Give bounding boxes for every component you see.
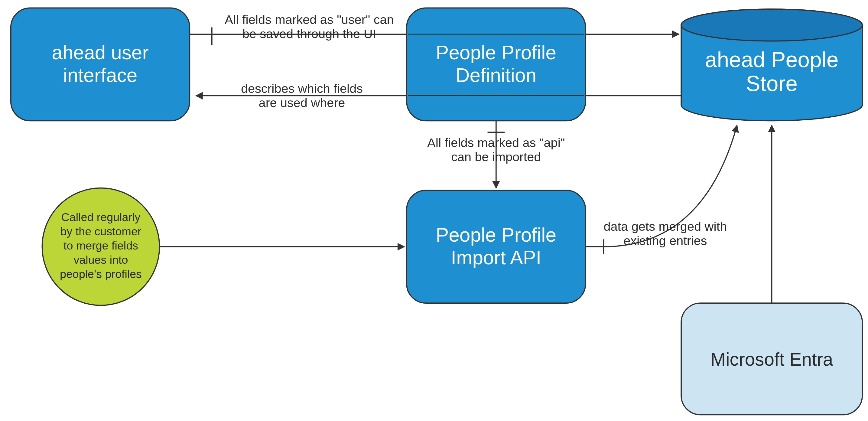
node-entra-label: Microsoft Entra <box>711 349 833 369</box>
architecture-diagram: ahead user interface People Profile Defi… <box>0 0 868 420</box>
edge-api-to-store-label-2: existing entries <box>623 234 707 248</box>
node-ahead-user-interface: ahead user interface <box>11 8 190 121</box>
node-people-profile-definition: People Profile Definition <box>407 8 586 121</box>
node-ahead-people-store: ahead People Store <box>681 9 862 121</box>
edge-ppd-to-ui-label-1: describes which fields <box>241 81 363 96</box>
edge-ui-to-ppd: All fields marked as "user" can be saved… <box>190 12 407 45</box>
edge-ui-to-ppd-label-2: be saved through the UI <box>243 27 376 41</box>
node-store-label-1: ahead People <box>705 48 839 72</box>
edge-ui-to-ppd-label-1: All fields marked as "user" can <box>225 12 394 27</box>
edge-ppd-to-api-label-1: All fields marked as "api" <box>427 136 565 150</box>
circle-label-3: to merge fields <box>63 239 138 252</box>
node-ppd-label-1: People Profile <box>436 42 556 63</box>
edge-ppd-to-ui-label-2: are used where <box>259 96 345 110</box>
edge-ppd-to-api-label-2: can be imported <box>451 150 541 164</box>
node-ui-label-2: interface <box>63 64 137 86</box>
node-circle-note: Called regularly by the customer to merg… <box>42 188 159 305</box>
node-api-label-2: Import API <box>451 247 541 269</box>
edge-ppd-to-ui: describes which fields are used where <box>196 81 407 110</box>
node-api-label-1: People Profile <box>436 224 556 246</box>
edge-ppd-to-api: All fields marked as "api" can be import… <box>427 121 565 188</box>
node-ui-label-1: ahead user <box>52 42 149 63</box>
circle-label-2: by the customer <box>60 225 141 238</box>
circle-label-4: values into <box>73 253 128 266</box>
edge-api-to-store-label-1: data gets merged with <box>603 219 727 234</box>
node-store-label-2: Store <box>746 71 798 96</box>
node-ppd-label-2: Definition <box>456 64 536 86</box>
svg-point-4 <box>681 9 862 41</box>
circle-label-1: Called regularly <box>61 211 141 223</box>
edge-api-to-store: data gets merged with existing entries <box>586 125 737 254</box>
node-people-profile-import-api: People Profile Import API <box>407 190 586 303</box>
node-microsoft-entra: Microsoft Entra <box>681 303 862 415</box>
circle-label-5: people's profiles <box>60 268 142 280</box>
